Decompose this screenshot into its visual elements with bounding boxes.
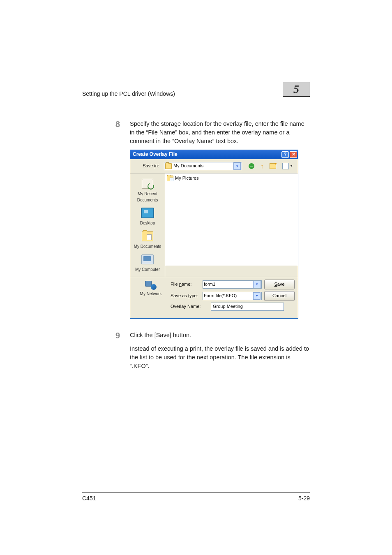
places-my-network[interactable]: My Network xyxy=(140,280,162,297)
places-my-computer[interactable]: My Computer xyxy=(135,252,160,274)
create-overlay-file-dialog: Create Overlay File ? ✕ Save in: My Docu… xyxy=(130,150,298,319)
places-desktop[interactable]: Desktop xyxy=(140,205,155,228)
dialog-title: Create Overlay File xyxy=(133,151,178,158)
places-label: Desktop xyxy=(140,220,155,227)
chapter-number-box: 5 xyxy=(283,82,310,97)
step-8-text: Specify the storage location for the ove… xyxy=(130,120,310,146)
dialog-help-button[interactable]: ? xyxy=(281,151,289,158)
save-as-type-label: Save as type: xyxy=(171,293,200,299)
list-item[interactable]: My Pictures xyxy=(167,175,296,182)
create-new-folder-button[interactable] xyxy=(268,162,277,171)
dialog-titlebar[interactable]: Create Overlay File ? ✕ xyxy=(130,150,298,159)
list-item-label: My Pictures xyxy=(175,175,198,182)
folder-icon xyxy=(165,163,172,169)
file-name-value: form1 xyxy=(204,281,215,288)
desktop-icon xyxy=(141,208,154,218)
save-in-value: My Documents xyxy=(173,163,203,169)
back-arrow-icon: ← xyxy=(249,163,254,169)
page-header-title: Setting up the PCL driver (Windows) xyxy=(82,90,175,97)
places-label: My Computer xyxy=(135,267,160,273)
my-computer-icon xyxy=(141,254,154,264)
save-in-dropdown[interactable]: My Documents ▾ xyxy=(164,162,242,170)
footer-model: C451 xyxy=(82,495,96,502)
up-arrow-icon: ↑ xyxy=(261,162,264,171)
save-as-type-value: Form file(*.KFO) xyxy=(204,293,237,299)
step-9-number: 9 xyxy=(113,331,120,340)
places-label: My Network xyxy=(140,291,162,297)
file-name-input[interactable]: form1 ▾ xyxy=(203,280,262,289)
up-one-level-button[interactable]: ↑ xyxy=(258,162,267,171)
picture-folder-icon xyxy=(167,176,173,181)
step-8-number: 8 xyxy=(113,120,120,146)
back-button[interactable]: ← xyxy=(247,162,256,171)
step-9-subtext: Instead of executing a print, the overla… xyxy=(130,345,310,370)
places-my-recent-documents[interactable]: My Recent Documents xyxy=(130,176,165,204)
save-as-type-dropdown[interactable]: Form file(*.KFO) ▾ xyxy=(203,292,262,300)
chapter-number: 5 xyxy=(293,83,299,96)
file-name-label: File name: xyxy=(171,281,200,288)
overlay-name-value: Group Meeting xyxy=(213,303,243,310)
footer-page-number: 5-29 xyxy=(298,495,310,502)
places-my-documents[interactable]: My Documents xyxy=(134,229,161,251)
chevron-down-icon[interactable]: ▾ xyxy=(253,292,261,300)
places-bar: My Recent Documents Desktop My Documents xyxy=(130,173,165,277)
cancel-button[interactable]: Cancel xyxy=(264,291,295,301)
overlay-name-label: Overlay Name: xyxy=(171,303,208,310)
my-documents-icon xyxy=(142,231,153,241)
chevron-down-icon[interactable]: ▾ xyxy=(233,162,241,170)
save-in-label: Save in: xyxy=(134,163,161,169)
save-button[interactable]: Save xyxy=(264,280,295,289)
view-menu-icon xyxy=(282,163,289,169)
recent-documents-icon xyxy=(142,179,153,189)
overlay-name-input[interactable]: Group Meeting xyxy=(211,303,284,311)
file-list-pane[interactable]: My Pictures xyxy=(165,173,298,266)
places-label: My Recent Documents xyxy=(130,191,165,203)
new-folder-icon xyxy=(270,163,276,169)
my-network-icon xyxy=(145,280,157,290)
places-label: My Documents xyxy=(134,244,161,250)
chevron-down-icon[interactable]: ▾ xyxy=(253,281,261,288)
dialog-close-button[interactable]: ✕ xyxy=(290,151,297,158)
view-menu-button[interactable] xyxy=(279,162,292,171)
step-9-text: Click the [Save] button. xyxy=(130,331,310,340)
